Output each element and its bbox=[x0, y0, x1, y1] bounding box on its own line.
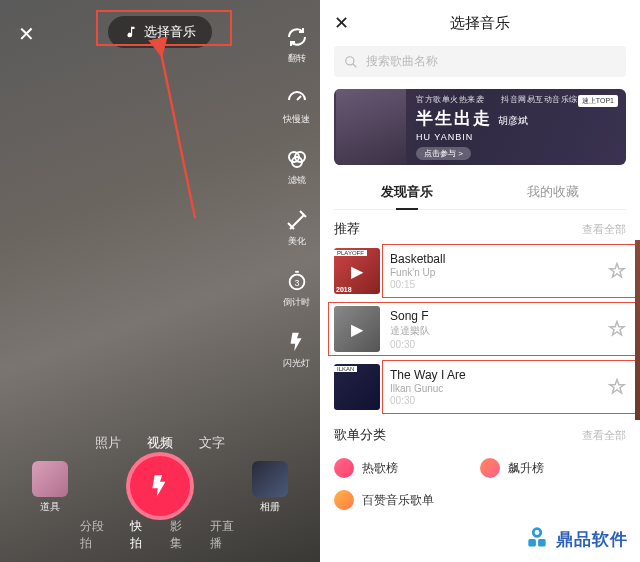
category-item[interactable]: 飙升榜 bbox=[480, 452, 626, 484]
capture-mode-tabs: 照片 视频 文字 bbox=[95, 434, 225, 452]
close-icon[interactable]: ✕ bbox=[18, 22, 35, 46]
flash-tool[interactable]: 闪光灯 bbox=[283, 329, 310, 370]
record-button[interactable] bbox=[126, 452, 194, 520]
song-cover: ILKAN bbox=[334, 364, 380, 410]
promo-banner[interactable]: 官方歌单火热来袭 抖音网易互动音乐综艺 半生出走 胡彦斌 HU YANBIN 点… bbox=[334, 89, 626, 165]
banner-image bbox=[336, 89, 406, 165]
star-icon[interactable] bbox=[608, 378, 626, 396]
annotation-box bbox=[96, 10, 232, 46]
see-all-link[interactable]: 查看全部 bbox=[582, 428, 626, 443]
song-cover: PLAYOFF▶2018 bbox=[334, 248, 380, 294]
category-icon bbox=[334, 458, 354, 478]
timer-tool[interactable]: 3倒计时 bbox=[283, 268, 310, 309]
mode-album[interactable]: 影集 bbox=[170, 518, 190, 552]
song-row[interactable]: ▶ Song F達達樂队00:30 bbox=[324, 300, 636, 358]
filter-tool[interactable]: 滤镜 bbox=[284, 146, 310, 187]
see-all-link[interactable]: 查看全部 bbox=[582, 222, 626, 237]
tab-photo[interactable]: 照片 bbox=[95, 434, 121, 452]
section-categories: 歌单分类 查看全部 bbox=[320, 416, 640, 448]
mode-segment[interactable]: 分段拍 bbox=[80, 518, 110, 552]
category-item[interactable]: 百赞音乐歌单 bbox=[334, 484, 480, 516]
annotation-arrow bbox=[150, 48, 200, 232]
section-recommended: 推荐 查看全部 bbox=[320, 210, 640, 242]
song-list: PLAYOFF▶2018 BasketballFunk'n Up00:15 ▶ … bbox=[320, 242, 640, 416]
page-title: 选择音乐 bbox=[334, 14, 626, 33]
record-mode-tabs: 分段拍 快拍 影集 开直播 bbox=[80, 518, 240, 552]
music-tabs: 发现音乐 我的收藏 bbox=[334, 175, 626, 210]
side-toolbar: 翻转 快慢速 滤镜 美化 3倒计时 闪光灯 bbox=[283, 24, 310, 370]
mode-quick[interactable]: 快拍 bbox=[130, 518, 150, 552]
svg-point-7 bbox=[533, 529, 541, 537]
logo-icon bbox=[524, 526, 550, 552]
banner-cta[interactable]: 点击参与 > bbox=[416, 147, 471, 160]
play-icon: ▶ bbox=[334, 306, 380, 352]
search-input[interactable]: 搜索歌曲名称 bbox=[334, 46, 626, 77]
svg-rect-8 bbox=[528, 539, 536, 547]
mode-live[interactable]: 开直播 bbox=[210, 518, 240, 552]
speed-tool[interactable]: 快慢速 bbox=[283, 85, 310, 126]
song-row[interactable]: ILKAN The Way I AreIlkan Gunuc00:30 bbox=[324, 358, 636, 416]
watermark-logo: 鼎品软件 bbox=[520, 524, 632, 554]
svg-text:3: 3 bbox=[294, 279, 299, 288]
search-placeholder: 搜索歌曲名称 bbox=[366, 53, 438, 70]
tab-favorites[interactable]: 我的收藏 bbox=[480, 175, 626, 209]
tab-discover[interactable]: 发现音乐 bbox=[334, 175, 480, 209]
scroll-hint bbox=[635, 240, 640, 420]
tab-video[interactable]: 视频 bbox=[147, 434, 173, 452]
star-icon[interactable] bbox=[608, 262, 626, 280]
tab-text[interactable]: 文字 bbox=[199, 434, 225, 452]
song-cover: ▶ bbox=[334, 306, 380, 352]
category-icon bbox=[334, 490, 354, 510]
category-grid: 热歌榜 飙升榜 百赞音乐歌单 bbox=[320, 448, 640, 520]
props-button[interactable]: 道具 bbox=[32, 461, 68, 514]
beautify-tool[interactable]: 美化 bbox=[284, 207, 310, 248]
svg-line-0 bbox=[160, 48, 195, 218]
flip-tool[interactable]: 翻转 bbox=[284, 24, 310, 65]
svg-rect-9 bbox=[538, 539, 546, 547]
camera-screen: ✕ 选择音乐 翻转 快慢速 滤镜 美化 3倒计时 闪光灯 照片 视频 文字 道具… bbox=[0, 0, 320, 562]
music-picker-screen: ✕ 选择音乐 搜索歌曲名称 官方歌单火热来袭 抖音网易互动音乐综艺 半生出走 胡… bbox=[320, 0, 640, 562]
category-icon bbox=[480, 458, 500, 478]
search-icon bbox=[344, 55, 358, 69]
header: ✕ 选择音乐 bbox=[320, 0, 640, 42]
bolt-icon bbox=[147, 473, 173, 499]
svg-point-6 bbox=[346, 56, 354, 64]
album-button[interactable]: 相册 bbox=[252, 461, 288, 514]
song-row[interactable]: PLAYOFF▶2018 BasketballFunk'n Up00:15 bbox=[324, 242, 636, 300]
banner-tag: 速上TOP1 bbox=[578, 95, 618, 107]
category-item[interactable]: 热歌榜 bbox=[334, 452, 480, 484]
star-icon[interactable] bbox=[608, 320, 626, 338]
